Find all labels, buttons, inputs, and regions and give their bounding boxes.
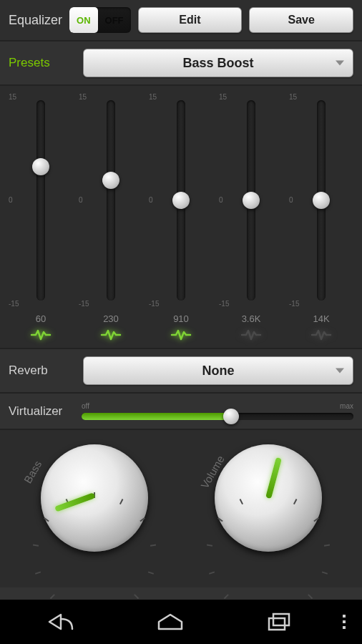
eq-thumb-910[interactable]: [172, 192, 190, 209]
edit-button[interactable]: Edit: [138, 7, 243, 33]
toggle-off[interactable]: OFF: [98, 7, 131, 33]
eq-band-60: 150-15: [6, 93, 76, 308]
reverb-label: Reverb: [9, 364, 74, 378]
presets-dropdown[interactable]: Bass Boost: [83, 49, 353, 77]
eq-slider-3.6K[interactable]: [247, 100, 255, 301]
eq-thumb-230[interactable]: [102, 172, 119, 189]
power-toggle[interactable]: ON OFF: [69, 7, 131, 33]
equalizer-title: Equalizer: [9, 13, 62, 28]
eq-slider-60[interactable]: [36, 100, 45, 301]
eq-slider-14K[interactable]: [317, 100, 326, 301]
virtualizer-slider[interactable]: off max: [82, 402, 353, 420]
reverb-row: Reverb None: [0, 349, 362, 394]
menu-button[interactable]: [333, 615, 355, 629]
chevron-down-icon: [336, 369, 344, 374]
virtualizer-off-label: off: [82, 402, 89, 410]
header-bar: Equalizer ON OFF Edit Save: [0, 0, 362, 42]
wave-icon: [286, 328, 356, 343]
android-navbar: [0, 600, 362, 644]
wave-icon: [146, 328, 216, 343]
svg-rect-1: [273, 614, 289, 625]
eq-band-230: 150-15: [76, 93, 146, 308]
freq-label: 3.6K: [216, 313, 286, 324]
recent-apps-button[interactable]: [225, 612, 333, 632]
eq-band-14K: 150-15: [286, 93, 356, 308]
presets-selected: Bass Boost: [182, 56, 253, 71]
eq-slider-910[interactable]: [177, 100, 185, 301]
back-button[interactable]: [7, 612, 116, 632]
wave-icon: [76, 328, 146, 343]
virtualizer-row: Virtualizer off max: [0, 394, 362, 430]
eq-thumb-60[interactable]: [32, 158, 49, 175]
eq-band-3.6K: 150-15: [216, 93, 286, 308]
reverb-selected: None: [202, 364, 235, 379]
eq-slider-230[interactable]: [107, 100, 115, 301]
wave-icon: [216, 328, 286, 343]
freq-label: 910: [146, 313, 216, 324]
svg-rect-0: [269, 618, 285, 630]
eq-area: 150-15150-15150-15150-15150-15 602309103…: [0, 86, 362, 349]
freq-label: 14K: [286, 313, 356, 324]
volume-knob[interactable]: [215, 444, 322, 552]
eq-thumb-14K[interactable]: [313, 192, 330, 209]
bass-knob[interactable]: [41, 444, 148, 552]
virtualizer-max-label: max: [340, 402, 353, 410]
virtualizer-label: Virtualizer: [9, 404, 74, 419]
presets-row: Presets Bass Boost: [0, 42, 362, 86]
virtualizer-thumb[interactable]: [223, 409, 239, 424]
save-button[interactable]: Save: [249, 7, 353, 33]
home-button[interactable]: [116, 612, 225, 632]
freq-label: 60: [6, 313, 76, 324]
presets-label: Presets: [9, 56, 74, 70]
toggle-on[interactable]: ON: [69, 7, 98, 33]
eq-thumb-3.6K[interactable]: [243, 192, 260, 209]
freq-label: 230: [76, 313, 146, 324]
chevron-down-icon: [336, 61, 344, 66]
eq-band-910: 150-15: [146, 93, 216, 308]
knobs-area: Bass Volume: [0, 430, 362, 587]
reverb-dropdown[interactable]: None: [83, 356, 353, 385]
wave-icon: [6, 328, 76, 343]
